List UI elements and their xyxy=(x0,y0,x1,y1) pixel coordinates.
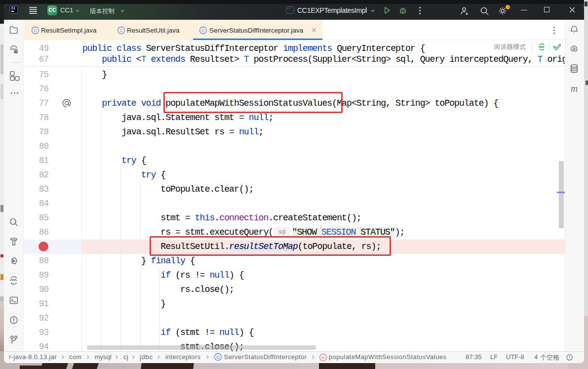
svg-text:C: C xyxy=(119,28,123,33)
svg-text:m: m xyxy=(321,355,325,360)
svg-text:C: C xyxy=(201,28,205,33)
svg-text:C: C xyxy=(34,28,37,33)
svg-text:C: C xyxy=(216,354,220,360)
svg-text:?: ? xyxy=(15,50,17,53)
